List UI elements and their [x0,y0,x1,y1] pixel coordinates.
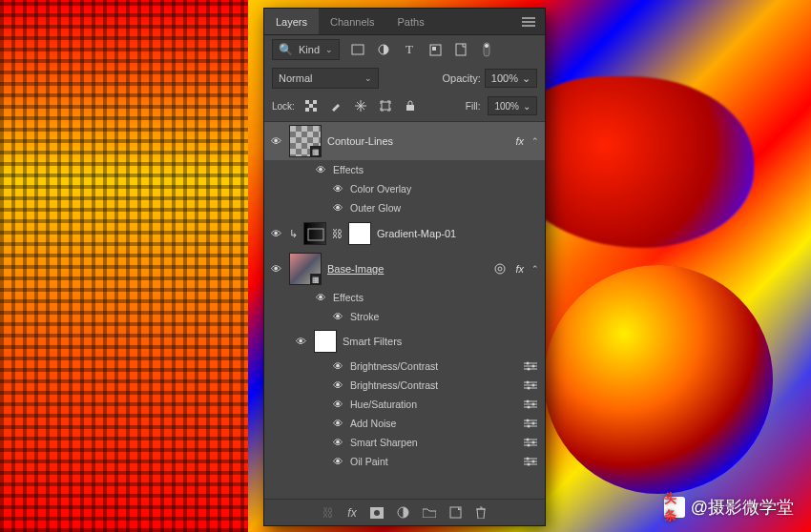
visibility-icon[interactable]: 👁 [331,437,344,448]
visibility-icon[interactable]: 👁 [293,336,308,347]
svg-rect-8 [305,100,309,104]
layer-base-image[interactable]: 👁 ▦ Base-Image fx ⌃ [264,250,545,288]
smartobject-badge-icon: ▦ [310,274,322,285]
add-group-icon[interactable] [423,507,436,518]
svg-rect-10 [309,104,313,108]
svg-point-29 [528,425,530,428]
filter-type-icon[interactable]: T [401,41,418,58]
filter-kind-dropdown[interactable]: 🔍 Kind ⌄ [272,39,340,60]
filter-name: Brightness/Contrast [350,360,438,372]
layer-name[interactable]: Gradient-Map-01 [377,228,539,239]
delete-layer-icon[interactable] [475,506,487,519]
filter-name: Add Noise [350,418,396,429]
adjustment-thumbnail[interactable] [303,222,326,245]
svg-point-26 [528,406,530,409]
filter-options-icon[interactable] [524,419,539,428]
filter-adjustment-icon[interactable] [375,41,392,58]
filter-options-icon[interactable] [524,438,539,447]
filter-options-icon[interactable] [524,399,539,409]
tab-layers[interactable]: Layers [264,9,319,34]
filter-pixel-icon[interactable] [349,41,366,58]
collapse-icon[interactable]: ⌃ [531,264,539,274]
effects-heading[interactable]: 👁 Effects [264,288,545,307]
layer-thumbnail[interactable]: ▦ [289,125,322,157]
visibility-icon[interactable]: 👁 [331,311,344,322]
visibility-icon[interactable]: 👁 [331,202,344,214]
visibility-icon[interactable]: 👁 [331,379,344,391]
visibility-icon[interactable]: 👁 [268,135,283,147]
fx-indicator[interactable]: fx [515,135,524,147]
mask-link-icon[interactable]: ⛓ [332,228,343,239]
opacity-value: 100% [491,72,518,84]
lock-transparency-icon[interactable] [302,97,320,114]
layer-contour-lines[interactable]: 👁 ▦ Contour-Lines fx ⌃ [264,122,545,160]
visibility-icon[interactable]: 👁 [314,164,327,175]
effect-outer-glow[interactable]: 👁 Outer Glow [264,198,545,217]
blend-mode-dropdown[interactable]: Normal ⌄ [272,68,379,89]
add-adjustment-icon[interactable] [397,506,409,519]
add-mask-icon[interactable] [370,507,384,519]
svg-point-19 [532,365,535,368]
filter-hue-saturation[interactable]: 👁 Hue/Saturation [264,395,545,414]
tab-channels[interactable]: Channels [319,9,385,34]
effects-label: Effects [333,292,364,303]
fx-indicator[interactable]: fx [515,263,524,275]
collapse-icon[interactable]: ⌃ [531,136,539,146]
smart-filters-heading[interactable]: 👁 Smart Filters [264,326,545,357]
fill-value: 100% [494,101,519,112]
effect-stroke[interactable]: 👁 Stroke [264,307,545,326]
tab-paths[interactable]: Paths [386,9,436,34]
filter-smartobject-icon[interactable] [452,41,469,58]
layer-name[interactable]: Base-Image [327,263,489,275]
visibility-icon[interactable]: 👁 [268,228,283,239]
panel-menu-icon[interactable] [512,17,545,27]
new-layer-icon[interactable] [449,506,462,519]
filter-shape-icon[interactable] [426,41,444,58]
opacity-input[interactable]: 100% ⌄ [485,69,537,88]
visibility-icon[interactable]: 👁 [331,183,344,194]
filter-options-icon[interactable] [524,457,539,466]
filter-mask-thumbnail[interactable] [314,330,337,353]
filter-options-icon[interactable] [524,380,539,390]
clip-indicator-icon: ↳ [289,228,298,240]
layers-panel: Layers Channels Paths 🔍 Kind ⌄ T Normal … [263,8,546,526]
visibility-icon[interactable]: 👁 [331,399,344,410]
filter-add-noise[interactable]: 👁 Add Noise [264,414,545,433]
effects-heading[interactable]: 👁 Effects [264,160,545,179]
filter-brightness-contrast-1[interactable]: 👁 Brightness/Contrast [264,357,545,376]
filter-toggle-icon[interactable] [478,41,495,58]
layer-mask-thumbnail[interactable] [348,222,371,245]
filter-oil-paint[interactable]: 👁 Oil Paint [264,452,545,471]
visibility-icon[interactable]: 👁 [268,263,283,275]
visibility-icon[interactable]: 👁 [331,418,344,429]
link-layers-icon[interactable]: ⛓ [322,506,334,520]
layer-gradient-map[interactable]: 👁 ↳ ⛓ Gradient-Map-01 [264,217,545,250]
layer-thumbnail[interactable]: ▦ [289,253,322,285]
filter-smart-sharpen[interactable]: 👁 Smart Sharpen [264,433,545,452]
svg-point-32 [528,444,530,447]
svg-point-28 [532,422,535,425]
svg-point-23 [528,387,530,390]
svg-rect-11 [305,108,309,112]
svg-rect-3 [432,47,436,51]
blend-row: Normal ⌄ Opacity: 100% ⌄ [264,64,545,92]
lock-position-icon[interactable] [352,97,369,114]
smartfilter-icon[interactable] [494,263,506,275]
visibility-icon[interactable]: 👁 [331,456,344,467]
filter-brightness-contrast-2[interactable]: 👁 Brightness/Contrast [264,376,545,395]
lock-all-icon[interactable] [402,97,419,114]
add-style-icon[interactable]: fx [347,506,356,520]
chevron-down-icon: ⌄ [325,45,333,54]
lock-brush-icon[interactable] [327,97,344,114]
visibility-icon[interactable]: 👁 [314,292,327,303]
fill-input[interactable]: 100% ⌄ [488,96,537,115]
svg-point-33 [527,458,530,460]
effect-color-overlay[interactable]: 👁 Color Overlay [264,179,545,198]
svg-point-18 [527,362,530,365]
visibility-icon[interactable]: 👁 [331,360,344,372]
effects-label: Effects [333,164,364,175]
filter-options-icon[interactable] [524,361,539,371]
svg-point-31 [532,441,535,444]
layer-name[interactable]: Contour-Lines [327,135,509,147]
lock-artboard-icon[interactable] [377,97,394,114]
